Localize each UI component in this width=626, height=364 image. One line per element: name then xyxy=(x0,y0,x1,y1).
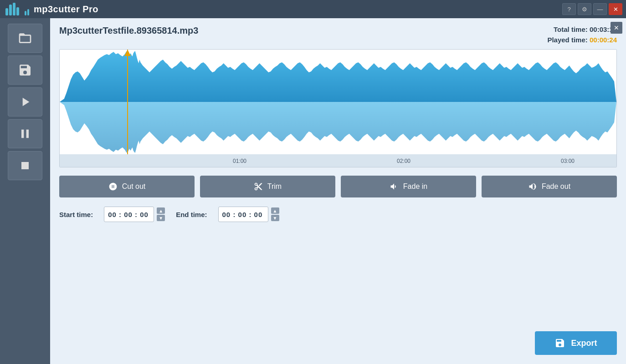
play-button[interactable] xyxy=(8,87,42,116)
time-info: Total time: 00:03:19 Played time: 00:00:… xyxy=(547,25,617,44)
fade-in-label: Fade in xyxy=(403,182,427,191)
export-button[interactable]: Export xyxy=(535,331,617,355)
export-row: Export xyxy=(59,324,617,355)
stop-button[interactable] xyxy=(8,151,42,180)
sidebar xyxy=(0,18,50,364)
open-folder-button[interactable] xyxy=(8,24,42,53)
title-bar-left: mp3cutter Pro xyxy=(5,3,98,15)
fade-out-label: Fade out xyxy=(542,182,570,191)
timeline-marker-2: 02:00 xyxy=(397,158,410,164)
fade-in-icon xyxy=(390,182,399,191)
start-time-label: Start time: xyxy=(59,211,93,218)
file-name: Mp3cutterTestfile.89365814.mp3 xyxy=(59,25,198,36)
end-time-down[interactable]: ▼ xyxy=(271,215,279,221)
logo-bar-1 xyxy=(5,8,8,15)
fade-out-icon xyxy=(528,182,537,191)
logo-bar-5 xyxy=(25,11,26,15)
export-label: Export xyxy=(571,339,597,348)
total-time-label: Total time: xyxy=(554,25,588,33)
save-button[interactable] xyxy=(8,56,42,85)
play-icon xyxy=(18,95,32,109)
waveform-container[interactable]: 01:00 02:00 03:00 xyxy=(59,49,617,167)
playhead[interactable] xyxy=(127,50,128,154)
close-button[interactable]: ✕ xyxy=(609,3,622,15)
start-time-up[interactable]: ▲ xyxy=(157,207,165,214)
title-bar: mp3cutter Pro ? ⚙ — ✕ xyxy=(0,0,626,18)
action-buttons-row: Cut out Trim Fade in Fade xyxy=(59,176,617,197)
played-time-row: Played time: 00:00:24 xyxy=(547,36,617,44)
timeline-marker-1: 01:00 xyxy=(233,158,246,164)
trim-button[interactable]: Trim xyxy=(200,176,335,197)
end-time-group: 00 : 00 : 00 ▲ ▼ xyxy=(218,207,279,222)
main-layout: ✕ Mp3cutterTestfile.89365814.mp3 Total t… xyxy=(0,18,626,364)
total-time-row: Total time: 00:03:19 xyxy=(547,25,617,33)
save-icon xyxy=(18,63,32,77)
app-name-bold: Pro xyxy=(82,4,98,14)
trim-label: Trim xyxy=(267,182,282,191)
timeline-marker-3: 03:00 xyxy=(561,158,575,164)
waveform-svg xyxy=(60,50,616,154)
logo-bar-3 xyxy=(13,3,15,15)
cut-out-button[interactable]: Cut out xyxy=(59,176,195,197)
timeline: 01:00 02:00 03:00 xyxy=(60,154,616,167)
fade-out-button[interactable]: Fade out xyxy=(482,176,617,197)
time-inputs-row: Start time: 00 : 00 : 00 ▲ ▼ End time: 0… xyxy=(59,207,617,222)
app-logo xyxy=(5,3,29,15)
logo-bar-2 xyxy=(9,5,12,15)
content-area: ✕ Mp3cutterTestfile.89365814.mp3 Total t… xyxy=(50,18,626,364)
stop-icon xyxy=(18,158,32,173)
close-content-button[interactable]: ✕ xyxy=(611,22,622,34)
folder-icon xyxy=(18,31,32,46)
cut-out-label: Cut out xyxy=(122,182,146,191)
waveform-canvas[interactable] xyxy=(60,50,616,154)
settings-button[interactable]: ⚙ xyxy=(578,3,591,15)
cut-out-icon xyxy=(108,182,118,191)
fade-in-button[interactable]: Fade in xyxy=(341,176,476,197)
start-time-input[interactable]: 00 : 00 : 00 xyxy=(104,207,154,222)
app-name: mp3cutter xyxy=(34,4,82,14)
pause-button[interactable] xyxy=(8,119,42,148)
logo-bar-4 xyxy=(16,7,19,15)
logo-bar-6 xyxy=(27,9,29,15)
scissors-icon xyxy=(254,182,263,191)
start-time-spinners: ▲ ▼ xyxy=(157,207,165,221)
end-time-spinners: ▲ ▼ xyxy=(271,207,279,221)
end-time-input[interactable]: 00 : 00 : 00 xyxy=(218,207,268,222)
help-button[interactable]: ? xyxy=(562,3,576,15)
played-time-label: Played time: xyxy=(547,36,587,44)
start-time-group: 00 : 00 : 00 ▲ ▼ xyxy=(104,207,165,222)
file-info-row: Mp3cutterTestfile.89365814.mp3 Total tim… xyxy=(59,25,617,44)
start-time-down[interactable]: ▼ xyxy=(157,215,165,221)
window-controls: ? ⚙ — ✕ xyxy=(562,3,622,15)
played-time-value: 00:00:24 xyxy=(590,36,617,44)
export-save-icon xyxy=(554,338,565,349)
end-time-up[interactable]: ▲ xyxy=(271,207,279,214)
minimize-button[interactable]: — xyxy=(593,3,607,15)
pause-icon xyxy=(18,126,32,141)
end-time-label: End time: xyxy=(176,211,207,218)
app-title: mp3cutter Pro xyxy=(34,4,98,15)
